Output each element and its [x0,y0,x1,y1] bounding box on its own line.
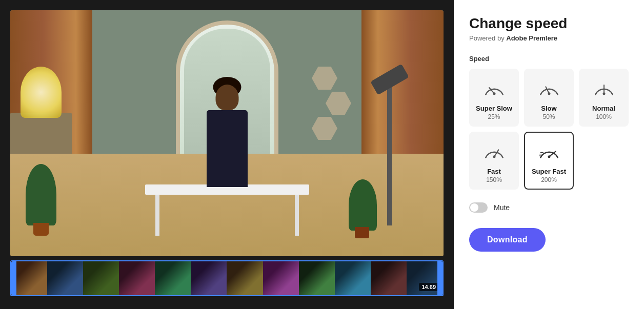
speed-card-super-slow[interactable]: Super Slow 25% [469,69,519,127]
toggle-knob [470,203,478,212]
speed-card-name: Slow [541,105,556,112]
speed-card-super-fast[interactable]: Super Fast 200% [524,132,574,190]
timeline-frame [335,261,371,295]
hex-shelves [312,67,351,140]
timeline-strip[interactable]: 14.69 [10,260,444,296]
timeline-frame [47,261,83,295]
speed-card-value: 150% [486,176,502,183]
video-container [10,10,444,256]
timeline-frame [11,261,47,295]
speed-card-fast[interactable]: Fast 150% [469,132,519,190]
speed-card-value: 200% [541,176,557,183]
speed-section-label: Speed [469,55,629,63]
right-panel: Change speed Powered by Adobe Premlere S… [454,0,644,309]
timeline-frame [263,261,299,295]
speed-grid-row1: Super Slow 25% Slow 50% [469,69,629,127]
floor-lamp [387,82,392,225]
speed-card-name: Fast [487,168,501,175]
timeline-time-badge: 14.69 [419,283,438,291]
timeline-frame [227,261,263,295]
timeline-frame [299,261,335,295]
speed-card-name: Normal [592,105,615,112]
svg-point-10 [548,155,550,158]
speedometer-fast-icon [481,140,507,163]
speedometer-super-slow-icon [481,77,507,100]
speed-card-value: 100% [596,113,612,120]
left-panel: 14.69 [0,0,454,309]
timeline-frame [371,261,407,295]
subtitle-link[interactable]: Adobe Premlere [506,34,557,42]
timeline-frame [119,261,155,295]
speed-card-value: 50% [542,113,555,120]
speedometer-super-fast-icon [536,140,562,163]
speedometer-normal-icon [591,77,617,100]
timeline-inner [11,261,442,295]
speed-card-name: Super Fast [532,168,566,175]
timeline-handle-right[interactable] [437,261,442,295]
dresser-lamp [21,67,62,118]
subtitle-prefix: Powered by [469,34,506,42]
timeline-frame [155,261,191,295]
mute-label: Mute [494,203,510,212]
speed-card-normal[interactable]: Normal 100% [579,69,629,127]
plant-right [349,179,377,231]
speedometer-slow-icon [536,77,562,100]
mute-toggle[interactable] [469,202,488,213]
plant-pot-right [355,227,369,238]
plant-left [26,164,56,225]
speed-grid-row2: Fast 150% Super Fast 200% [469,132,629,190]
download-button[interactable]: Download [469,228,546,252]
svg-point-7 [493,155,495,158]
speed-card-name: Super Slow [476,105,512,112]
svg-point-1 [548,92,550,95]
timeline-frame [191,261,227,295]
person [207,110,248,187]
video-scene [10,10,444,256]
svg-point-4 [602,92,605,95]
plant-pot-left [33,223,49,236]
timeline-handle-left[interactable] [11,261,16,295]
timeline-frame [83,261,119,295]
speed-card-slow[interactable]: Slow 50% [524,69,574,127]
mute-row: Mute [469,202,629,213]
svg-point-0 [493,92,495,95]
page-title: Change speed [469,15,629,32]
speed-card-value: 25% [488,113,500,120]
panel-subtitle: Powered by Adobe Premlere [469,34,629,42]
